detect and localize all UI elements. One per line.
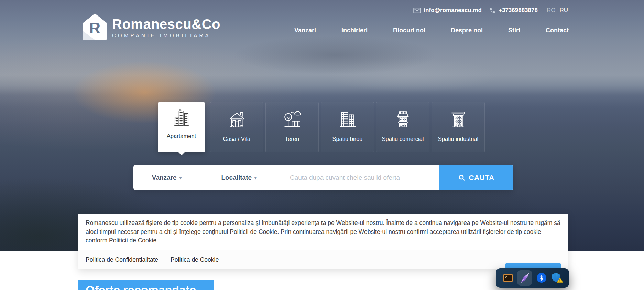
office-towers-icon: [338, 110, 358, 130]
nav-item-inchirieri[interactable]: Inchirieri: [341, 27, 368, 34]
nav-item-vanzari[interactable]: Vanzari: [294, 27, 316, 34]
chevron-down-icon: ▾: [179, 175, 182, 180]
topbar: info@romanescu.md +37369883878 RO RU: [413, 7, 568, 14]
industrial-building-icon: [448, 110, 468, 130]
cauta-label: CAUTA: [469, 174, 494, 182]
email-link[interactable]: info@romanescu.md: [424, 7, 482, 14]
warning-triangle-icon: [557, 277, 563, 284]
cookie-links-row: Politica de Confidentialitate Politica d…: [78, 250, 568, 269]
tab-label: Spatiu industrial: [438, 136, 478, 142]
cookie-consent-banner: Romanescu utilizează fișiere de tip cook…: [78, 214, 568, 269]
cauta-search-button[interactable]: CAUTA: [439, 165, 513, 190]
tab-spatiu-industrial[interactable]: Spatiu industrial: [432, 102, 485, 152]
tab-spatiu-birou[interactable]: Spatiu birou: [321, 102, 374, 152]
tab-label: Spatiu birou: [332, 136, 362, 142]
section-title: Oferte recomandate: [78, 280, 214, 290]
property-type-tabs: Apartament Casa / Vila: [155, 102, 485, 152]
deal-type-dropdown[interactable]: Vanzare ▾: [133, 165, 200, 190]
nav-item-despre-noi[interactable]: Despre noi: [451, 27, 483, 34]
cookie-message: Romanescu utilizează fișiere de tip cook…: [78, 214, 568, 250]
phone-link[interactable]: +37369883878: [499, 7, 538, 14]
brand-tagline: COMPANIE IMOBILIARĂ: [112, 32, 220, 38]
locality-dropdown[interactable]: Localitate ▾: [200, 165, 277, 190]
security-warning-shield-icon[interactable]: [551, 272, 562, 283]
magnifier-icon: [458, 174, 465, 181]
tab-label: Casa / Vila: [223, 136, 251, 142]
recommended-offers-heading: Oferte recomandate: [78, 280, 214, 290]
language-switch-ru[interactable]: RU: [559, 7, 568, 14]
keyword-search-input[interactable]: [277, 165, 439, 190]
search-bar: Vanzare ▾ Localitate ▾ CAUTA: [133, 165, 513, 190]
brand-logo[interactable]: R Romanescu&Co COMPANIE IMOBILIARĂ: [82, 12, 220, 43]
privacy-policy-link[interactable]: Politica de Confidentialitate: [86, 256, 158, 263]
main-nav: Vanzari Inchirieri Blocuri noi Despre no…: [294, 27, 569, 34]
apartment-buildings-icon: [172, 108, 192, 128]
land-tree-fence-icon: [282, 110, 302, 130]
svg-text:R: R: [89, 19, 100, 37]
house-icon: [227, 110, 247, 130]
tab-label: Teren: [285, 136, 299, 142]
language-switch-ro[interactable]: RO: [547, 7, 556, 14]
terminal-icon[interactable]: >_: [503, 274, 513, 282]
page: R Romanescu&Co COMPANIE IMOBILIARĂ info@…: [0, 0, 644, 290]
storefront-icon: [393, 110, 413, 130]
envelope-icon: [413, 8, 421, 13]
tab-teren[interactable]: Teren: [265, 102, 319, 152]
nav-item-stiri[interactable]: Stiri: [508, 27, 520, 34]
system-tray: >_: [496, 268, 569, 288]
locality-value: Localitate: [221, 174, 252, 182]
bluetooth-icon[interactable]: [537, 273, 546, 283]
tab-apartament[interactable]: Apartament: [158, 102, 205, 152]
chevron-down-icon: ▾: [254, 175, 257, 180]
phone-icon: [489, 7, 496, 14]
cookie-policy-link[interactable]: Politica de Cookie: [171, 256, 219, 263]
house-logo-icon: R: [82, 12, 108, 43]
nav-item-blocuri-noi[interactable]: Blocuri noi: [393, 27, 425, 34]
tab-label: Spatiu comercial: [382, 136, 424, 142]
tab-casa-vila[interactable]: Casa / Vila: [210, 102, 263, 152]
tab-label: Apartament: [167, 133, 196, 139]
deal-type-value: Vanzare: [152, 174, 177, 182]
brand-name: Romanescu&Co: [112, 17, 220, 31]
nav-item-contact[interactable]: Contact: [546, 27, 569, 34]
feather-icon[interactable]: [517, 270, 532, 286]
tab-spatiu-comercial[interactable]: Spatiu comercial: [376, 102, 429, 152]
